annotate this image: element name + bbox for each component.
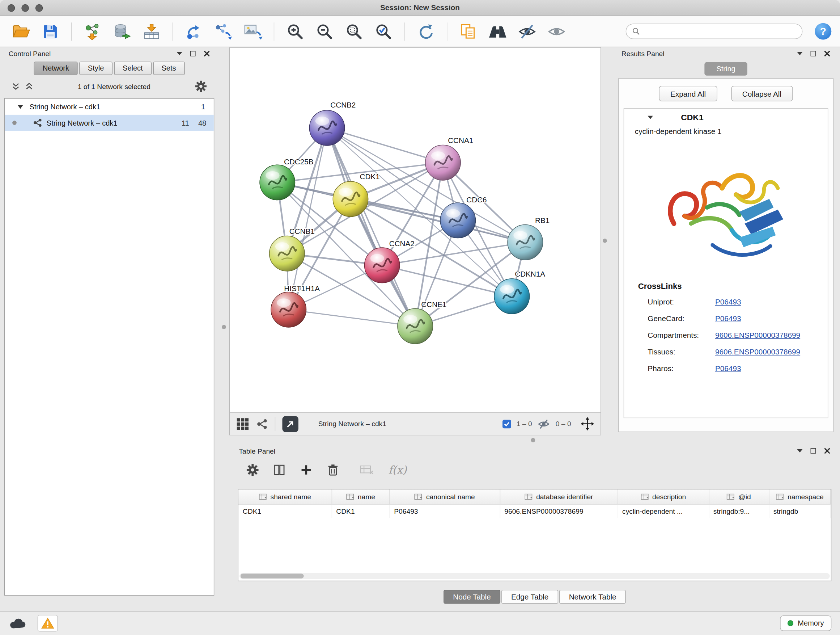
zoom-selected-icon[interactable] bbox=[371, 19, 396, 44]
search-input[interactable] bbox=[644, 27, 796, 35]
network-row[interactable]: String Network – cdk1 11 48 bbox=[5, 115, 214, 131]
column-header-shared-name[interactable]: shared name bbox=[238, 489, 332, 504]
grid-view-icon[interactable] bbox=[236, 417, 249, 431]
delete-table-icon-disabled[interactable] bbox=[360, 464, 374, 475]
network-edge[interactable] bbox=[351, 199, 525, 242]
column-header-database-identifier[interactable]: database identifier bbox=[500, 489, 618, 504]
tab-network-table[interactable]: Network Table bbox=[559, 590, 626, 604]
tab-edge-table[interactable]: Edge Table bbox=[501, 590, 558, 604]
copy-document-icon[interactable] bbox=[456, 19, 480, 44]
delete-column-trash-icon[interactable] bbox=[327, 463, 339, 477]
show-graphics-details-icon[interactable] bbox=[545, 19, 569, 44]
binoculars-icon[interactable] bbox=[485, 19, 510, 44]
save-session-icon[interactable] bbox=[38, 19, 63, 44]
memory-button[interactable]: Memory bbox=[780, 616, 831, 631]
crosslink-link[interactable]: 9606.ENSP00000378699 bbox=[715, 331, 800, 339]
zoom-fit-icon[interactable] bbox=[342, 19, 366, 44]
column-header-description[interactable]: description bbox=[617, 489, 709, 504]
network-node-CCNB2[interactable] bbox=[309, 111, 344, 146]
float-panel-icon[interactable] bbox=[811, 51, 816, 57]
close-panel-icon[interactable] bbox=[204, 50, 210, 57]
network-node-CDKN1A[interactable] bbox=[494, 279, 529, 314]
column-header-canonical-name[interactable]: canonical name bbox=[390, 489, 500, 504]
network-node-CDK1[interactable] bbox=[333, 181, 368, 217]
expand-all-button[interactable]: Expand All bbox=[659, 86, 717, 101]
network-collection-row[interactable]: String Network – cdk1 1 bbox=[5, 98, 214, 114]
hidden-elements-icon[interactable] bbox=[537, 418, 550, 429]
network-node-CCNA1[interactable] bbox=[425, 145, 461, 180]
function-builder-icon[interactable]: f(x) bbox=[388, 463, 407, 476]
crosshair-icon[interactable] bbox=[581, 417, 594, 431]
collapse-all-icon[interactable] bbox=[12, 82, 20, 91]
expander-icon[interactable] bbox=[18, 105, 23, 109]
apply-layout-icon[interactable] bbox=[414, 19, 438, 44]
export-image-icon[interactable] bbox=[240, 19, 265, 44]
network-edge[interactable] bbox=[327, 128, 443, 163]
panel-menu-icon[interactable] bbox=[797, 52, 803, 55]
import-network-from-database-icon[interactable] bbox=[110, 19, 134, 44]
export-network-icon[interactable] bbox=[211, 19, 235, 44]
crosslink-link[interactable]: P06493 bbox=[715, 364, 741, 372]
tab-string-results[interactable]: String bbox=[704, 62, 747, 76]
network-node-CDC25B[interactable] bbox=[260, 165, 295, 200]
network-edge[interactable] bbox=[327, 128, 415, 326]
import-table-icon[interactable] bbox=[139, 19, 164, 44]
left-splitter-handle[interactable] bbox=[222, 325, 226, 329]
show-columns-icon[interactable] bbox=[273, 463, 286, 476]
crosslink-link[interactable]: P06493 bbox=[715, 297, 741, 306]
network-node-CCNA2[interactable] bbox=[364, 248, 399, 283]
zoom-in-icon[interactable] bbox=[283, 19, 308, 44]
close-panel-icon[interactable] bbox=[824, 50, 831, 57]
hide-graphics-details-icon[interactable] bbox=[515, 19, 539, 44]
expand-all-icon[interactable] bbox=[25, 82, 33, 91]
network-edge[interactable] bbox=[289, 128, 327, 310]
selected-nodes-checkbox[interactable] bbox=[502, 420, 511, 428]
gear-icon[interactable] bbox=[195, 80, 207, 92]
share-network-icon[interactable] bbox=[256, 418, 268, 430]
toolbar-separator bbox=[447, 22, 447, 40]
float-panel-icon[interactable] bbox=[190, 51, 196, 57]
crosslink-label: Tissues: bbox=[647, 347, 715, 356]
table-settings-gear-icon[interactable] bbox=[246, 463, 259, 476]
crosslink-link[interactable]: P06493 bbox=[715, 314, 741, 323]
collapse-all-button[interactable]: Collapse All bbox=[731, 86, 793, 101]
close-panel-icon[interactable] bbox=[824, 448, 831, 454]
panel-menu-icon[interactable] bbox=[177, 52, 182, 55]
horizontal-scrollbar-track[interactable] bbox=[240, 573, 830, 579]
warnings-button[interactable] bbox=[38, 615, 58, 632]
network-edge[interactable] bbox=[382, 265, 512, 296]
network-canvas[interactable]: CCNB2CCNA1CDC25BCDK1CDC6RB1CCNB1CCNA2CDK… bbox=[230, 48, 600, 412]
network-node-label: CDKN1A bbox=[515, 270, 545, 278]
help-icon[interactable]: ? bbox=[815, 23, 831, 40]
network-node-RB1[interactable] bbox=[508, 225, 543, 260]
add-column-icon[interactable] bbox=[300, 463, 312, 476]
open-in-new-window-icon[interactable] bbox=[282, 416, 298, 432]
tab-style[interactable]: Style bbox=[79, 62, 112, 75]
tab-node-table[interactable]: Node Table bbox=[444, 590, 501, 604]
network-node-CCNE1[interactable] bbox=[398, 309, 433, 344]
network-node-HIST1H1A[interactable] bbox=[271, 292, 306, 327]
column-header-namespace[interactable]: namespace bbox=[769, 489, 831, 504]
crosslink-link[interactable]: 9606.ENSP00000378699 bbox=[715, 347, 800, 356]
network-edge[interactable] bbox=[289, 310, 415, 326]
open-session-icon[interactable] bbox=[9, 19, 33, 44]
search-box[interactable] bbox=[626, 24, 803, 39]
collapse-section-icon[interactable] bbox=[647, 116, 653, 119]
panel-menu-icon[interactable] bbox=[797, 449, 803, 453]
network-node-CCNB1[interactable] bbox=[270, 236, 305, 271]
horizontal-scrollbar-thumb[interactable] bbox=[240, 574, 304, 578]
bottom-splitter-handle[interactable] bbox=[531, 438, 535, 442]
tab-sets[interactable]: Sets bbox=[153, 62, 185, 75]
float-panel-icon[interactable] bbox=[811, 448, 816, 454]
import-network-from-file-icon[interactable] bbox=[80, 19, 105, 44]
zoom-out-icon[interactable] bbox=[312, 19, 337, 44]
tab-select[interactable]: Select bbox=[114, 62, 151, 75]
new-network-from-selection-icon[interactable] bbox=[182, 19, 206, 44]
column-header-name[interactable]: name bbox=[332, 489, 390, 504]
right-splitter-handle[interactable] bbox=[603, 239, 607, 243]
tab-network[interactable]: Network bbox=[34, 62, 78, 75]
network-node-CDC6[interactable] bbox=[440, 203, 475, 238]
column-header-id[interactable]: @id bbox=[709, 489, 769, 504]
table-row[interactable]: CDK1 CDK1 P06493 9606.ENSP00000378699 cy… bbox=[238, 504, 831, 518]
cloud-icon[interactable] bbox=[9, 617, 27, 630]
